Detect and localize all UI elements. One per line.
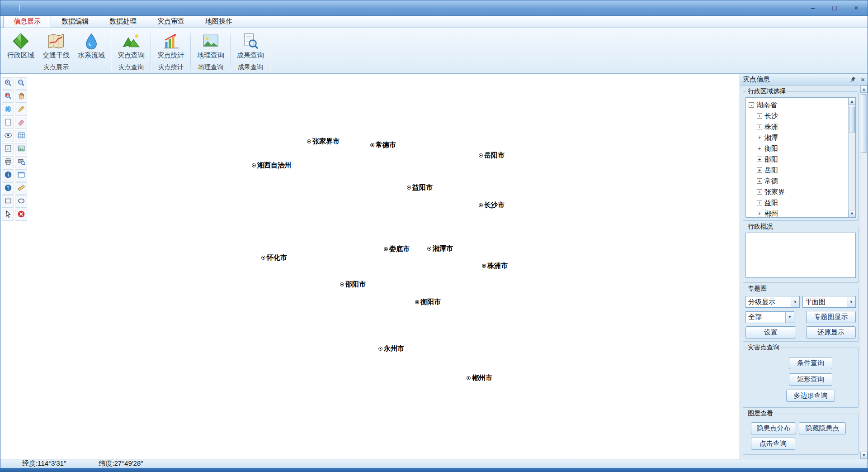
tab-map-operation[interactable]: 地图操作 bbox=[195, 15, 243, 28]
panel-close-icon[interactable]: × bbox=[861, 76, 865, 83]
tree-node-zhangjiajie[interactable]: +张家界 bbox=[757, 186, 854, 197]
disaster-info-panel: 灾点信息 × 行政区域选择 -湖南省+长沙+株洲+湘潭+衡阳+邵阳+岳阳+常德+… bbox=[740, 74, 868, 459]
tree-scroll-thumb[interactable] bbox=[849, 107, 855, 133]
polygon-query-button[interactable]: 多边形查询 bbox=[786, 390, 835, 402]
expand-icon[interactable]: + bbox=[757, 146, 762, 151]
pin-icon[interactable] bbox=[850, 76, 856, 83]
zoom-window-button[interactable] bbox=[2, 91, 14, 103]
identify-button[interactable] bbox=[2, 130, 14, 142]
scroll-down-icon[interactable]: ▼ bbox=[849, 210, 856, 217]
city-label: 湘潭市 bbox=[427, 244, 453, 253]
ribbon-group-separator bbox=[190, 30, 191, 71]
pan-button[interactable] bbox=[15, 91, 27, 103]
expand-icon[interactable]: + bbox=[757, 211, 762, 216]
city-name: 郴州市 bbox=[472, 374, 492, 382]
disaster-query-button[interactable]: 灾点查询 bbox=[114, 29, 148, 62]
draw-line-button[interactable] bbox=[15, 182, 27, 195]
select-box-button[interactable] bbox=[2, 117, 14, 129]
chevron-down-icon: ▼ bbox=[785, 312, 794, 323]
traffic-line-button[interactable]: 交通干线 bbox=[39, 29, 73, 62]
expand-icon[interactable]: + bbox=[757, 124, 762, 129]
ribbon-group-caption: 灾点统计 bbox=[154, 62, 188, 73]
scroll-up-icon[interactable]: ▲ bbox=[860, 86, 868, 93]
scroll-down-icon[interactable]: ▼ bbox=[860, 452, 868, 459]
tree-node-shaoyang[interactable]: +邵阳 bbox=[757, 154, 854, 165]
panel-scroll-track[interactable] bbox=[860, 93, 868, 452]
maximize-button[interactable]: □ bbox=[828, 4, 841, 12]
print-button[interactable] bbox=[2, 156, 14, 168]
svg-text:?: ? bbox=[7, 185, 9, 190]
click-query-button[interactable]: 点击查询 bbox=[751, 438, 795, 450]
overview-group: 行政概况 bbox=[743, 223, 859, 283]
eraser-icon bbox=[17, 118, 25, 128]
close-button[interactable]: × bbox=[849, 4, 863, 12]
geo-query-button[interactable]: 地理查询 bbox=[194, 29, 227, 62]
clear-button[interactable] bbox=[15, 117, 27, 129]
reset-display-button[interactable]: 还原显示 bbox=[806, 326, 856, 339]
display-mode-select[interactable]: 分级显示 ▼ bbox=[745, 296, 800, 308]
select-feature-button[interactable] bbox=[2, 209, 14, 221]
rectangle-query-button[interactable]: 矩形查询 bbox=[789, 373, 832, 386]
map-type-select[interactable]: 平面图 ▼ bbox=[802, 296, 856, 308]
full-extent-button[interactable] bbox=[2, 104, 14, 116]
scroll-up-icon[interactable]: ▲ bbox=[849, 98, 856, 105]
condition-query-button[interactable]: 条件查询 bbox=[789, 357, 832, 369]
help-button[interactable]: ? bbox=[2, 182, 14, 195]
tab-info-display[interactable]: 信息展示 bbox=[3, 15, 51, 28]
tree-node-changsha[interactable]: +长沙 bbox=[757, 110, 854, 121]
tree-node-zhuzhou[interactable]: +株洲 bbox=[757, 121, 854, 132]
region-tree[interactable]: -湖南省+长沙+株洲+湘潭+衡阳+邵阳+岳阳+常德+张家界+益阳+郴州 ▲ ▼ bbox=[745, 97, 856, 218]
tab-disaster-review[interactable]: 灾点审查 bbox=[147, 15, 195, 28]
draw-rect-button[interactable] bbox=[2, 195, 14, 208]
panel-scrollbar[interactable]: ▲ ▼ bbox=[860, 86, 868, 459]
delete-button[interactable] bbox=[15, 209, 27, 221]
expand-icon[interactable]: + bbox=[757, 189, 762, 195]
draw-ellipse-button[interactable] bbox=[15, 195, 27, 208]
hazard-distribution-button[interactable]: 隐患点分布 bbox=[751, 422, 796, 434]
tree-node-label: 邵阳 bbox=[764, 155, 778, 164]
overview-window-button[interactable] bbox=[15, 169, 27, 181]
settings-button[interactable]: 设置 bbox=[745, 326, 796, 339]
measure-button[interactable] bbox=[15, 104, 27, 116]
tree-node-xiangtan[interactable]: +湘潭 bbox=[757, 132, 854, 143]
zoom-out-button[interactable] bbox=[15, 77, 27, 90]
export-image-button[interactable] bbox=[15, 143, 27, 155]
tree-node-chenzhou[interactable]: +郴州 bbox=[757, 208, 854, 218]
expand-icon[interactable]: + bbox=[757, 167, 762, 173]
disaster-stats-button[interactable]: 灾点统计 bbox=[154, 29, 188, 62]
category-select[interactable]: 全部 ▼ bbox=[745, 311, 794, 323]
tree-scrollbar[interactable]: ▲ ▼ bbox=[848, 98, 855, 217]
print-preview-button[interactable] bbox=[15, 156, 27, 168]
overview-label: 行政概况 bbox=[746, 223, 774, 231]
expand-icon[interactable]: + bbox=[757, 113, 762, 119]
overview-textbox[interactable] bbox=[745, 233, 856, 278]
minimize-button[interactable]: – bbox=[806, 4, 820, 12]
expand-icon[interactable]: + bbox=[757, 178, 762, 184]
tab-data-edit[interactable]: 数据编辑 bbox=[51, 15, 99, 28]
tree-node-hengyang[interactable]: +衡阳 bbox=[757, 143, 854, 154]
expand-icon[interactable]: + bbox=[757, 157, 762, 162]
zoom-in-button[interactable] bbox=[2, 77, 14, 90]
tree-node-yiyang[interactable]: +益阳 bbox=[757, 197, 854, 208]
hide-hazard-button[interactable]: 隐藏隐患点 bbox=[799, 422, 846, 434]
collapse-icon[interactable]: - bbox=[749, 102, 754, 108]
tree-node-changde[interactable]: +常德 bbox=[757, 176, 854, 186]
ribbon-group-caption: 灾点展示 bbox=[4, 62, 108, 73]
tree-node-yueyang[interactable]: +岳阳 bbox=[757, 165, 854, 176]
document-button[interactable] bbox=[2, 143, 14, 155]
tree-scroll-track[interactable] bbox=[849, 105, 855, 210]
water-system-button[interactable]: 水系流域 bbox=[75, 29, 108, 62]
expand-icon[interactable]: + bbox=[757, 135, 762, 140]
panel-scroll-thumb[interactable] bbox=[861, 94, 867, 153]
tab-data-process[interactable]: 数据处理 bbox=[99, 15, 147, 28]
tree-node-hunan[interactable]: -湖南省 bbox=[749, 100, 854, 110]
thematic-show-button[interactable]: 专题图显示 bbox=[806, 311, 856, 323]
city-label: 衡阳市 bbox=[415, 298, 441, 306]
attribute-table-button[interactable] bbox=[15, 130, 27, 142]
info-button[interactable] bbox=[2, 169, 14, 181]
expand-icon[interactable]: + bbox=[757, 200, 762, 205]
tree-node-label: 常德 bbox=[764, 177, 778, 186]
ribbon-group: 行政区域交通干线水系流域灾点展示 bbox=[2, 28, 110, 73]
admin-region-button[interactable]: 行政区域 bbox=[4, 29, 38, 62]
result-query-button[interactable]: 成果查询 bbox=[234, 29, 267, 62]
